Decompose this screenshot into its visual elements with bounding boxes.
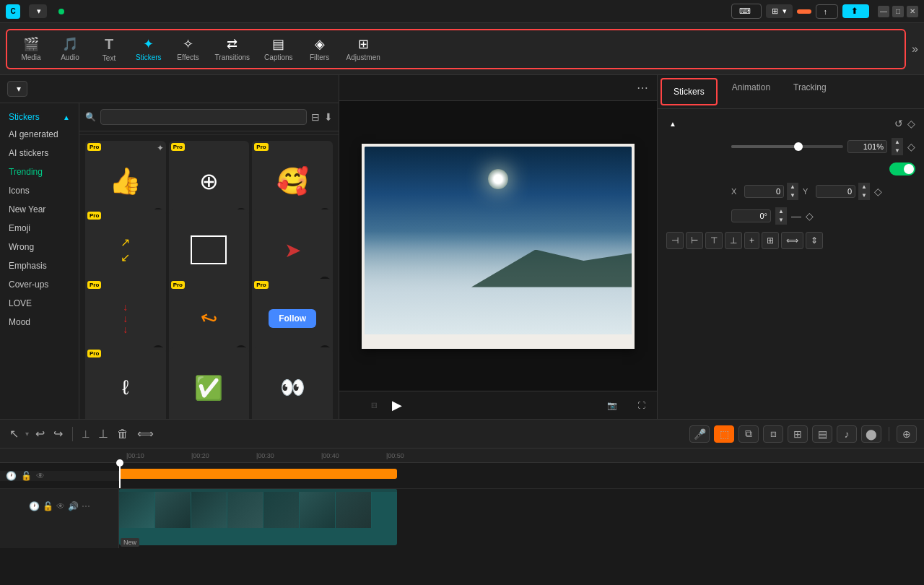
- distribute-v[interactable]: ⇕: [806, 232, 823, 249]
- close-button[interactable]: ✕: [907, 6, 918, 17]
- rotate-input[interactable]: [731, 209, 771, 222]
- tab-tracking[interactable]: Tracking: [782, 75, 838, 108]
- rotate-decrement[interactable]: ▼: [775, 216, 787, 225]
- redo-button[interactable]: ↪: [51, 425, 65, 443]
- export-button[interactable]: ⬆: [842, 4, 869, 18]
- tab-stickers[interactable]: Stickers: [661, 78, 718, 105]
- toolbar-adjustments[interactable]: ⊞ Adjustmen: [341, 33, 386, 64]
- sidebar-item-new-year[interactable]: New Year: [0, 200, 79, 219]
- delete-button[interactable]: 🗑: [115, 425, 131, 443]
- add-marker-button[interactable]: ⊕: [897, 425, 917, 443]
- player-menu-button[interactable]: ⋯: [637, 81, 648, 95]
- flip-button[interactable]: ⟺: [135, 425, 156, 443]
- sidebar-item-trending[interactable]: Trending: [0, 162, 79, 181]
- distribute-h[interactable]: ⟺: [781, 232, 803, 249]
- workspace-button[interactable]: ⊞ ▾: [766, 4, 793, 18]
- sidebar-item-emphasis[interactable]: Emphasis: [0, 256, 79, 275]
- sticker-clip[interactable]: [119, 469, 397, 479]
- sidebar-item-stickers[interactable]: Stickers ▲: [0, 109, 79, 125]
- sidebar-item-mood[interactable]: Mood: [0, 313, 79, 332]
- maximize-button[interactable]: □: [892, 6, 904, 17]
- toolbar-filters[interactable]: ◈ Filters: [302, 33, 338, 64]
- pos-y-increment[interactable]: ▲: [858, 183, 870, 191]
- toolbar-effects[interactable]: ✧ Effects: [170, 33, 206, 64]
- share-button[interactable]: ↑: [816, 4, 839, 19]
- sidebar-item-ai-stickers[interactable]: AI stickers: [0, 144, 79, 162]
- search-input[interactable]: [100, 109, 307, 125]
- more-icon[interactable]: ⋯: [82, 501, 90, 511]
- panel-dropdown[interactable]: ▾: [7, 81, 27, 97]
- align-center-v[interactable]: +: [744, 232, 759, 249]
- align-left[interactable]: ⊣: [666, 232, 684, 249]
- split-keep-button[interactable]: ⊥: [96, 425, 110, 443]
- rotate-keyframe[interactable]: ◇: [806, 210, 814, 222]
- align-bottom[interactable]: ⊞: [762, 232, 779, 249]
- toolbar-text[interactable]: T Text: [91, 33, 127, 65]
- undo-button[interactable]: ↩: [33, 425, 47, 443]
- scale-slider[interactable]: [731, 145, 843, 148]
- eye-icon[interactable]: 👁: [36, 471, 45, 481]
- sticker-green-check[interactable]: ✅: [169, 347, 250, 419]
- toolbar-expand-icon[interactable]: »: [912, 43, 918, 56]
- menu-button[interactable]: ▾: [29, 4, 47, 18]
- align-top[interactable]: ⊥: [725, 232, 742, 249]
- audio-icon[interactable]: 🔊: [68, 501, 79, 511]
- keyframe-button[interactable]: ◇: [907, 118, 915, 129]
- cursor-tool[interactable]: ↖: [7, 425, 21, 443]
- toolbar-transitions[interactable]: ⇄ Transitions: [209, 33, 256, 64]
- reset-button[interactable]: ↺: [894, 118, 903, 129]
- split-track-button[interactable]: ⬤: [861, 425, 881, 443]
- tab-animation[interactable]: Animation: [720, 75, 782, 108]
- sidebar-item-icons[interactable]: Icons: [0, 181, 79, 200]
- pos-y-decrement[interactable]: ▼: [858, 191, 870, 200]
- sidebar-item-ai-generated[interactable]: AI generated: [0, 125, 79, 144]
- scale-keyframe[interactable]: ◇: [907, 141, 915, 152]
- sticker-teal-eyes[interactable]: 👀: [252, 347, 333, 419]
- position-y-input[interactable]: [816, 185, 855, 198]
- microphone-button[interactable]: 🎤: [689, 425, 710, 443]
- rotate-increment[interactable]: ▲: [775, 207, 787, 216]
- sidebar-item-love[interactable]: LOVE: [0, 294, 79, 313]
- split-button[interactable]: ⟂: [80, 425, 92, 443]
- sticker-add-button[interactable]: ⊞: [788, 425, 808, 443]
- sidebar-item-wrong[interactable]: Wrong: [0, 238, 79, 256]
- position-keyframe[interactable]: ◇: [874, 186, 882, 197]
- align-center-h[interactable]: ⊢: [686, 232, 703, 249]
- filter-button[interactable]: ⊟: [311, 111, 320, 123]
- pip-button[interactable]: ⧉: [738, 425, 759, 443]
- video-overlay-button[interactable]: ⬚: [714, 425, 734, 443]
- minimize-button[interactable]: —: [878, 6, 889, 17]
- video-clip[interactable]: [119, 489, 397, 545]
- pos-x-decrement[interactable]: ▼: [787, 191, 798, 200]
- uniform-scale-toggle[interactable]: [889, 162, 915, 176]
- lock-icon-2[interactable]: 🔓: [43, 501, 53, 511]
- toolbar-audio[interactable]: 🎵 Audio: [52, 33, 88, 64]
- fullscreen-button[interactable]: ⛶: [635, 399, 648, 412]
- scale-decrement[interactable]: ▼: [892, 147, 903, 155]
- audio-add-button[interactable]: ♪: [837, 425, 857, 443]
- clock-icon[interactable]: 🕐: [6, 471, 17, 481]
- caption-button[interactable]: ▤: [812, 425, 832, 443]
- sidebar-item-emoji[interactable]: Emoji: [0, 219, 79, 238]
- clock-icon-2[interactable]: 🕐: [29, 501, 40, 511]
- eye-icon-2[interactable]: 👁: [56, 501, 65, 511]
- toolbar-captions[interactable]: ▤ Captions: [258, 33, 298, 64]
- pos-x-increment[interactable]: ▲: [787, 183, 798, 191]
- shortcuts-button[interactable]: ⌨: [731, 4, 762, 19]
- lock-icon[interactable]: 🔓: [21, 471, 32, 481]
- sort-button[interactable]: ⬇: [324, 111, 333, 123]
- full-button[interactable]: [594, 399, 600, 412]
- screenshot-button[interactable]: 📷: [604, 399, 620, 412]
- toolbar-media[interactable]: 🎬 Media: [13, 33, 49, 64]
- toolbar-stickers[interactable]: ✦ Stickers: [130, 33, 167, 64]
- position-x-input[interactable]: [744, 185, 784, 198]
- scale-increment[interactable]: ▲: [892, 138, 903, 147]
- align-right[interactable]: ⊤: [705, 232, 723, 249]
- play-button[interactable]: ▶: [392, 397, 402, 413]
- overlay-button[interactable]: ⧈: [763, 425, 783, 443]
- sidebar-item-cover-ups[interactable]: Cover-ups: [0, 275, 79, 294]
- scale-input[interactable]: [847, 140, 887, 153]
- join-pro-button[interactable]: [797, 9, 811, 14]
- sticker-white-swirl[interactable]: Pro ℓ: [85, 347, 166, 419]
- aspect-ratio-button[interactable]: [624, 399, 630, 412]
